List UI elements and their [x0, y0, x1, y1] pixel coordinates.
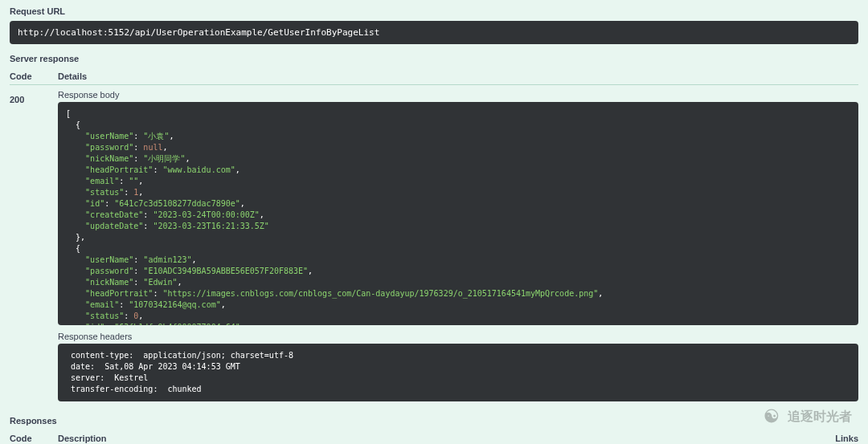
server-response-label: Server response	[10, 54, 858, 63]
response-headers-label: Response headers	[58, 332, 858, 341]
responses-links-header: Links	[835, 434, 858, 443]
request-url-section: Request URL http://localhost:5152/api/Us…	[10, 6, 858, 44]
response-row: 200 Response body [ { "userName": "小袁", …	[10, 90, 858, 408]
request-url-box: http://localhost:5152/api/UserOperationE…	[10, 21, 858, 44]
request-url-label: Request URL	[10, 6, 858, 16]
response-header-row: Code Details	[10, 68, 858, 85]
response-details: Response body [ { "userName": "小袁", "pas…	[58, 90, 858, 408]
responses-description-header: Description	[58, 434, 835, 443]
responses-code-header: Code	[10, 434, 58, 443]
response-body-block[interactable]: [ { "userName": "小袁", "password": null, …	[58, 102, 858, 325]
response-status-code: 200	[10, 90, 58, 104]
responses-section: Responses Code Description Links	[10, 416, 858, 444]
details-column-header: Details	[58, 71, 858, 81]
responses-header-row: Code Description Links	[10, 430, 858, 444]
response-body-label: Response body	[58, 90, 858, 100]
responses-label: Responses	[10, 416, 858, 426]
code-column-header: Code	[10, 71, 58, 81]
response-headers-block[interactable]: content-type: application/json; charset=…	[58, 344, 858, 401]
request-url-value: http://localhost:5152/api/UserOperationE…	[18, 27, 379, 38]
